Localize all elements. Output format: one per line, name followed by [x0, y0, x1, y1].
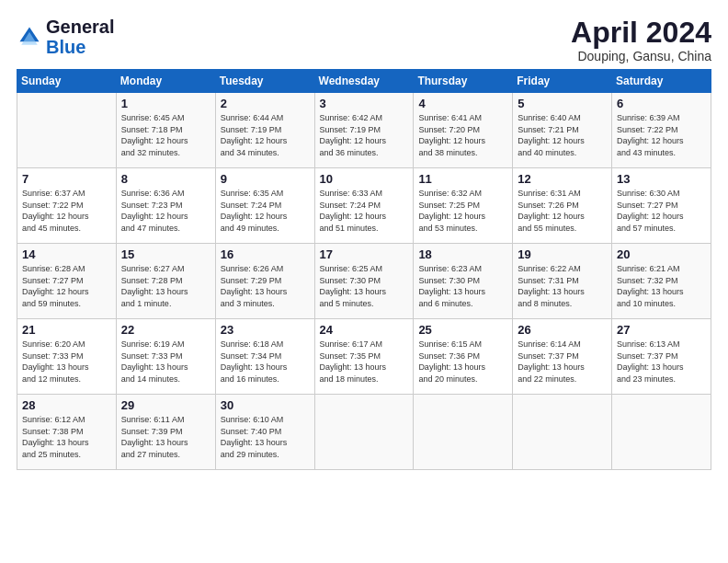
- cell-info: Sunrise: 6:19 AM Sunset: 7:33 PM Dayligh…: [121, 339, 211, 385]
- day-number: 10: [320, 172, 410, 186]
- cell-info: Sunrise: 6:22 AM Sunset: 7:31 PM Dayligh…: [518, 263, 608, 309]
- day-number: 27: [617, 323, 707, 337]
- cell-info: Sunrise: 6:30 AM Sunset: 7:27 PM Dayligh…: [617, 188, 707, 234]
- cell-info: Sunrise: 6:28 AM Sunset: 7:27 PM Dayligh…: [22, 263, 112, 309]
- header-row: General Blue April 2024 Douping, Gansu, …: [17, 17, 711, 63]
- cell-info: Sunrise: 6:31 AM Sunset: 7:26 PM Dayligh…: [518, 188, 608, 234]
- week-row-3: 14Sunrise: 6:28 AM Sunset: 7:27 PM Dayli…: [17, 244, 711, 319]
- day-number: 13: [617, 172, 707, 186]
- day-number: 12: [518, 172, 608, 186]
- calendar-cell: 4Sunrise: 6:41 AM Sunset: 7:20 PM Daylig…: [414, 93, 513, 168]
- calendar-table: SundayMondayTuesdayWednesdayThursdayFrid…: [17, 69, 711, 470]
- calendar-cell: [612, 395, 711, 470]
- cell-info: Sunrise: 6:39 AM Sunset: 7:22 PM Dayligh…: [617, 112, 707, 158]
- calendar-cell: 10Sunrise: 6:33 AM Sunset: 7:24 PM Dayli…: [314, 168, 414, 244]
- day-header-friday: Friday: [513, 70, 612, 93]
- calendar-cell: [314, 395, 414, 470]
- day-header-sunday: Sunday: [17, 70, 117, 93]
- calendar-cell: 26Sunrise: 6:14 AM Sunset: 7:37 PM Dayli…: [513, 319, 612, 395]
- cell-info: Sunrise: 6:15 AM Sunset: 7:36 PM Dayligh…: [418, 339, 508, 385]
- calendar-cell: 2Sunrise: 6:44 AM Sunset: 7:19 PM Daylig…: [215, 93, 314, 168]
- day-number: 14: [22, 247, 112, 261]
- day-header-tuesday: Tuesday: [215, 70, 314, 93]
- week-row-2: 7Sunrise: 6:37 AM Sunset: 7:22 PM Daylig…: [17, 168, 711, 244]
- logo-blue: Blue: [46, 37, 85, 57]
- cell-info: Sunrise: 6:35 AM Sunset: 7:24 PM Dayligh…: [221, 188, 311, 234]
- month-title: April 2024: [571, 17, 711, 49]
- day-number: 22: [121, 323, 211, 337]
- day-number: 24: [320, 323, 410, 337]
- cell-info: Sunrise: 6:40 AM Sunset: 7:21 PM Dayligh…: [518, 112, 608, 158]
- logo-icon: [17, 24, 42, 50]
- day-number: 5: [518, 97, 608, 110]
- week-row-5: 28Sunrise: 6:12 AM Sunset: 7:38 PM Dayli…: [17, 395, 711, 470]
- day-number: 1: [121, 97, 211, 110]
- calendar-cell: 14Sunrise: 6:28 AM Sunset: 7:27 PM Dayli…: [17, 244, 117, 319]
- cell-info: Sunrise: 6:17 AM Sunset: 7:35 PM Dayligh…: [320, 339, 410, 385]
- day-number: 6: [617, 97, 707, 110]
- calendar-cell: 16Sunrise: 6:26 AM Sunset: 7:29 PM Dayli…: [215, 244, 314, 319]
- calendar-cell: 24Sunrise: 6:17 AM Sunset: 7:35 PM Dayli…: [314, 319, 414, 395]
- day-number: 20: [617, 247, 707, 261]
- cell-info: Sunrise: 6:45 AM Sunset: 7:18 PM Dayligh…: [121, 112, 211, 158]
- calendar-cell: 6Sunrise: 6:39 AM Sunset: 7:22 PM Daylig…: [612, 93, 711, 168]
- cell-info: Sunrise: 6:12 AM Sunset: 7:38 PM Dayligh…: [22, 414, 112, 460]
- cell-info: Sunrise: 6:11 AM Sunset: 7:39 PM Dayligh…: [121, 414, 211, 460]
- calendar-cell: 11Sunrise: 6:32 AM Sunset: 7:25 PM Dayli…: [414, 168, 513, 244]
- calendar-cell: [414, 395, 513, 470]
- cell-info: Sunrise: 6:42 AM Sunset: 7:19 PM Dayligh…: [320, 112, 410, 158]
- day-number: 26: [518, 323, 608, 337]
- day-number: 7: [22, 172, 112, 186]
- days-header-row: SundayMondayTuesdayWednesdayThursdayFrid…: [17, 70, 711, 93]
- calendar-cell: 27Sunrise: 6:13 AM Sunset: 7:37 PM Dayli…: [612, 319, 711, 395]
- calendar-container: General Blue April 2024 Douping, Gansu, …: [0, 0, 728, 479]
- cell-info: Sunrise: 6:27 AM Sunset: 7:28 PM Dayligh…: [121, 263, 211, 309]
- calendar-cell: 9Sunrise: 6:35 AM Sunset: 7:24 PM Daylig…: [215, 168, 314, 244]
- calendar-cell: 21Sunrise: 6:20 AM Sunset: 7:33 PM Dayli…: [17, 319, 117, 395]
- cell-info: Sunrise: 6:26 AM Sunset: 7:29 PM Dayligh…: [221, 263, 311, 309]
- day-number: 9: [221, 172, 311, 186]
- calendar-cell: 25Sunrise: 6:15 AM Sunset: 7:36 PM Dayli…: [414, 319, 513, 395]
- calendar-cell: 18Sunrise: 6:23 AM Sunset: 7:30 PM Dayli…: [414, 244, 513, 319]
- cell-info: Sunrise: 6:44 AM Sunset: 7:19 PM Dayligh…: [221, 112, 311, 158]
- calendar-cell: 7Sunrise: 6:37 AM Sunset: 7:22 PM Daylig…: [17, 168, 117, 244]
- logo-general: General: [46, 17, 114, 37]
- day-number: 4: [418, 97, 508, 110]
- day-number: 3: [320, 97, 410, 110]
- calendar-cell: 22Sunrise: 6:19 AM Sunset: 7:33 PM Dayli…: [116, 319, 215, 395]
- week-row-4: 21Sunrise: 6:20 AM Sunset: 7:33 PM Dayli…: [17, 319, 711, 395]
- cell-info: Sunrise: 6:13 AM Sunset: 7:37 PM Dayligh…: [617, 339, 707, 385]
- cell-info: Sunrise: 6:32 AM Sunset: 7:25 PM Dayligh…: [418, 188, 508, 234]
- calendar-cell: 13Sunrise: 6:30 AM Sunset: 7:27 PM Dayli…: [612, 168, 711, 244]
- day-number: 21: [22, 323, 112, 337]
- day-number: 17: [320, 247, 410, 261]
- week-row-1: 1Sunrise: 6:45 AM Sunset: 7:18 PM Daylig…: [17, 93, 711, 168]
- day-number: 15: [121, 247, 211, 261]
- calendar-cell: 5Sunrise: 6:40 AM Sunset: 7:21 PM Daylig…: [513, 93, 612, 168]
- day-number: 16: [221, 247, 311, 261]
- cell-info: Sunrise: 6:23 AM Sunset: 7:30 PM Dayligh…: [418, 263, 508, 309]
- calendar-cell: [17, 93, 117, 168]
- day-number: 29: [121, 398, 211, 412]
- cell-info: Sunrise: 6:36 AM Sunset: 7:23 PM Dayligh…: [121, 188, 211, 234]
- day-number: 23: [221, 323, 311, 337]
- cell-info: Sunrise: 6:10 AM Sunset: 7:40 PM Dayligh…: [221, 414, 311, 460]
- logo: General Blue: [17, 17, 114, 57]
- calendar-cell: 20Sunrise: 6:21 AM Sunset: 7:32 PM Dayli…: [612, 244, 711, 319]
- day-header-saturday: Saturday: [612, 70, 711, 93]
- calendar-cell: [513, 395, 612, 470]
- day-header-monday: Monday: [116, 70, 215, 93]
- cell-info: Sunrise: 6:41 AM Sunset: 7:20 PM Dayligh…: [418, 112, 508, 158]
- cell-info: Sunrise: 6:33 AM Sunset: 7:24 PM Dayligh…: [320, 188, 410, 234]
- day-header-wednesday: Wednesday: [314, 70, 414, 93]
- day-number: 19: [518, 247, 608, 261]
- calendar-cell: 23Sunrise: 6:18 AM Sunset: 7:34 PM Dayli…: [215, 319, 314, 395]
- day-number: 28: [22, 398, 112, 412]
- day-number: 25: [418, 323, 508, 337]
- day-number: 18: [418, 247, 508, 261]
- day-number: 30: [221, 398, 311, 412]
- title-block: April 2024 Douping, Gansu, China: [571, 17, 711, 63]
- calendar-cell: 1Sunrise: 6:45 AM Sunset: 7:18 PM Daylig…: [116, 93, 215, 168]
- calendar-cell: 29Sunrise: 6:11 AM Sunset: 7:39 PM Dayli…: [116, 395, 215, 470]
- location: Douping, Gansu, China: [571, 49, 711, 63]
